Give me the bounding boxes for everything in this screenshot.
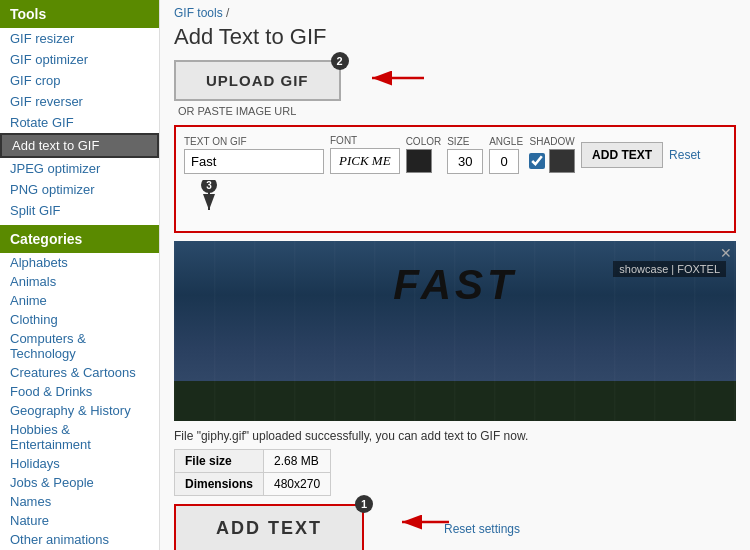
sidebar-item-gif-reverser[interactable]: GIF reverser <box>0 91 159 112</box>
main-content: GIF tools / Add Text to GIF UPLOAD GIF 2… <box>160 0 750 550</box>
sidebar-item-add-text-gif[interactable]: Add text to GIF <box>0 133 159 158</box>
category-holidays[interactable]: Holidays <box>0 454 159 473</box>
sidebar-item-rotate-gif[interactable]: Rotate GIF <box>0 112 159 133</box>
category-nature[interactable]: Nature <box>0 511 159 530</box>
font-group: FONT PICK ME <box>330 135 400 174</box>
reset-settings-link[interactable]: Reset settings <box>444 522 520 536</box>
or-paste-url-label: OR PASTE IMAGE URL <box>178 105 296 117</box>
category-other-animations[interactable]: Other animations <box>0 530 159 549</box>
gif-overlay-text: FAST <box>393 261 516 309</box>
category-computers-technology[interactable]: Computers & Technology <box>0 329 159 363</box>
text-on-gif-input[interactable] <box>184 149 324 174</box>
category-hobbies-entertainment[interactable]: Hobbies & Entertainment <box>0 420 159 454</box>
shadow-group: SHADOW <box>529 136 575 173</box>
tools-header: Tools <box>0 0 159 28</box>
pick-font-button[interactable]: PICK ME <box>330 148 400 174</box>
text-controls-panel: TEXT ON GIF FONT PICK ME COLOR SIZE ANGL… <box>174 125 736 233</box>
table-row: Dimensions 480x270 <box>175 473 331 496</box>
breadcrumb-separator: / <box>226 6 229 20</box>
shadow-label: SHADOW <box>530 136 575 147</box>
badge3-arrow: 3 <box>194 180 244 220</box>
upload-section: UPLOAD GIF 2 OR PASTE IMAGE URL <box>174 60 736 117</box>
table-row: File size 2.68 MB <box>175 450 331 473</box>
file-info-table: File size 2.68 MB Dimensions 480x270 <box>174 449 331 496</box>
category-names[interactable]: Names <box>0 492 159 511</box>
showcase-badge: showcase | FOXTEL <box>613 261 726 277</box>
color-label: COLOR <box>406 136 442 147</box>
dimensions-value: 480x270 <box>264 473 331 496</box>
color-group: COLOR <box>406 136 442 173</box>
category-alphabets[interactable]: Alphabets <box>0 253 159 272</box>
add-text-top-button[interactable]: ADD TEXT <box>581 142 663 168</box>
svg-text:3: 3 <box>206 180 212 191</box>
reset-link[interactable]: Reset <box>669 148 700 162</box>
badge-1: 1 <box>355 495 373 513</box>
file-size-label: File size <box>175 450 264 473</box>
sidebar-item-gif-resizer[interactable]: GIF resizer <box>0 28 159 49</box>
angle-label: ANGLE <box>489 136 523 147</box>
breadcrumb: GIF tools / <box>174 6 736 20</box>
sidebar-item-gif-optimizer[interactable]: GIF optimizer <box>0 49 159 70</box>
gif-preview: FAST ✕ showcase | FOXTEL <box>174 241 736 421</box>
size-label: SIZE <box>447 136 483 147</box>
category-jobs-people[interactable]: Jobs & People <box>0 473 159 492</box>
upload-arrow <box>364 64 434 92</box>
sidebar-item-split-gif[interactable]: Split GIF <box>0 200 159 221</box>
text-on-gif-label: TEXT ON GIF <box>184 136 324 147</box>
category-geography-history[interactable]: Geography & History <box>0 401 159 420</box>
shadow-checkbox[interactable] <box>529 153 545 169</box>
category-food-drinks[interactable]: Food & Drinks <box>0 382 159 401</box>
page-title: Add Text to GIF <box>174 24 736 50</box>
add-text-bottom-button[interactable]: ADD TEXT <box>174 504 364 550</box>
size-group: SIZE <box>447 136 483 174</box>
sidebar-item-png-optimizer[interactable]: PNG optimizer <box>0 179 159 200</box>
categories-header: Categories <box>0 225 159 253</box>
sidebar: Tools GIF resizer GIF optimizer GIF crop… <box>0 0 160 550</box>
breadcrumb-tools-link[interactable]: GIF tools <box>174 6 223 20</box>
text-on-gif-group: TEXT ON GIF <box>184 136 324 174</box>
gif-image: FAST ✕ showcase | FOXTEL <box>174 241 736 421</box>
upload-gif-button[interactable]: UPLOAD GIF <box>174 60 341 101</box>
category-anime[interactable]: Anime <box>0 291 159 310</box>
file-info-message: File "giphy.gif" uploaded successfully, … <box>174 429 736 443</box>
sidebar-item-jpeg-optimizer[interactable]: JPEG optimizer <box>0 158 159 179</box>
size-input[interactable] <box>447 149 483 174</box>
category-animals[interactable]: Animals <box>0 272 159 291</box>
add-text-arrow <box>394 508 454 536</box>
angle-input[interactable] <box>489 149 519 174</box>
angle-group: ANGLE <box>489 136 523 174</box>
file-size-value: 2.68 MB <box>264 450 331 473</box>
color-picker[interactable] <box>406 149 432 173</box>
badge-2: 2 <box>331 52 349 70</box>
category-clothing[interactable]: Clothing <box>0 310 159 329</box>
bottom-action-row: ADD TEXT 1 Reset settings <box>174 504 736 550</box>
shadow-color-picker[interactable] <box>549 149 575 173</box>
category-creatures-cartoons[interactable]: Creatures & Cartoons <box>0 363 159 382</box>
close-icon[interactable]: ✕ <box>720 245 732 261</box>
sidebar-item-gif-crop[interactable]: GIF crop <box>0 70 159 91</box>
dimensions-label: Dimensions <box>175 473 264 496</box>
font-label: FONT <box>330 135 400 146</box>
